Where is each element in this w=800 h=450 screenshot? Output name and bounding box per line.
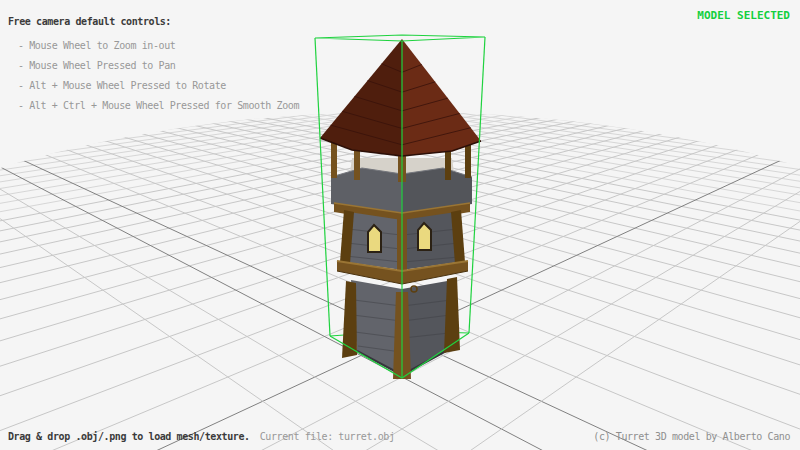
current-file-label: Current file: turret.obj bbox=[260, 431, 395, 442]
control-hint-rotate: - Alt + Mouse Wheel Pressed to Rotate bbox=[18, 80, 226, 92]
control-hint-smooth-zoom: - Alt + Ctrl + Mouse Wheel Pressed for S… bbox=[18, 100, 299, 112]
controls-title: Free camera default controls: bbox=[8, 16, 171, 28]
model-credit: (c) Turret 3D model by Alberto Cano bbox=[593, 431, 790, 443]
drop-hint-text: Drag & drop .obj/.png to load mesh/textu… bbox=[8, 431, 250, 442]
model-selected-status: MODEL SELECTED bbox=[697, 10, 790, 22]
turret-model[interactable] bbox=[320, 39, 481, 379]
control-hint-pan: - Mouse Wheel Pressed to Pan bbox=[18, 60, 175, 72]
drop-hint: Drag & drop .obj/.png to load mesh/textu… bbox=[8, 431, 395, 443]
viewport-3d[interactable]: Free camera default controls: - Mouse Wh… bbox=[0, 0, 800, 450]
control-hint-zoom: - Mouse Wheel to Zoom in-out bbox=[18, 40, 175, 52]
